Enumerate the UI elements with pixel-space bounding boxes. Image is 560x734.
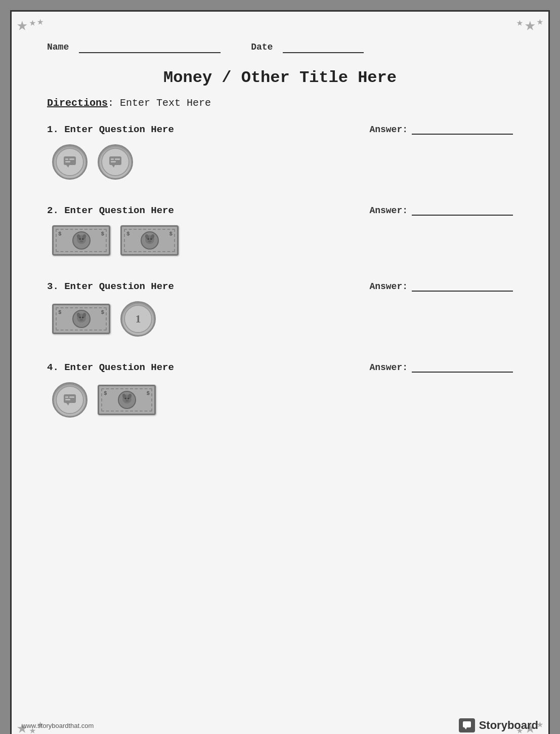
question-row-3: 3. Enter Question Here Answer: xyxy=(47,281,513,292)
svg-rect-4 xyxy=(65,161,70,162)
coin-q3-1: 1 xyxy=(120,301,156,337)
svg-point-19 xyxy=(147,238,149,240)
question-block-2: 2. Enter Question Here Answer: $ $ xyxy=(47,205,513,256)
svg-point-15 xyxy=(79,240,83,242)
answer-row-4: Answer: xyxy=(369,362,513,373)
svg-point-36 xyxy=(124,398,126,400)
footer-url: www.storyboardthat.com xyxy=(22,722,94,729)
svg-point-37 xyxy=(127,398,129,400)
main-title: Money / Other Title Here xyxy=(47,68,513,87)
svg-point-13 xyxy=(79,238,81,240)
answer-line-4 xyxy=(412,362,513,373)
chat-icon xyxy=(62,392,77,407)
corner-stars-top-right: ★ ★ ★ xyxy=(516,17,543,35)
star-icon: ★ xyxy=(17,17,28,35)
directions-text: : Enter Text Here xyxy=(108,97,211,109)
date-underline xyxy=(283,42,364,53)
footer-logo: Storyboard xyxy=(459,718,538,732)
svg-rect-0 xyxy=(64,156,76,165)
bill-q3-1: $ $ xyxy=(52,304,110,334)
svg-marker-29 xyxy=(66,403,69,405)
svg-marker-40 xyxy=(464,727,467,729)
svg-rect-2 xyxy=(65,158,68,160)
images-row-2: $ $ xyxy=(52,225,513,256)
star-icon: ★ xyxy=(516,18,523,29)
chat-icon xyxy=(62,154,77,170)
dog-portrait xyxy=(118,391,136,409)
chat-icon xyxy=(108,154,123,170)
question-block-1: 1. Enter Question Here Answer: xyxy=(47,124,513,180)
svg-rect-28 xyxy=(64,394,76,403)
star-icon: ★ xyxy=(29,18,36,29)
question-text-1: 1. Enter Question Here xyxy=(47,124,174,135)
dog-icon xyxy=(73,311,90,327)
svg-point-27 xyxy=(79,319,83,321)
answer-line-3 xyxy=(412,281,513,292)
bill-q2-2: $ $ xyxy=(120,225,179,256)
question-block-3: 3. Enter Question Here Answer: $ $ xyxy=(47,281,513,337)
question-text-4: 4. Enter Question Here xyxy=(47,362,174,373)
directions: Directions: Enter Text Here xyxy=(47,97,513,109)
coin-q1-2 xyxy=(98,144,133,180)
answer-row-3: Answer: xyxy=(369,281,513,292)
svg-rect-5 xyxy=(109,156,121,165)
storyboard-icon xyxy=(459,718,475,732)
dog-portrait xyxy=(141,231,159,250)
answer-line-2 xyxy=(412,206,513,216)
dog-icon xyxy=(142,232,158,249)
images-row-1 xyxy=(52,144,513,180)
question-block-4: 4. Enter Question Here Answer: xyxy=(47,362,513,418)
name-underline xyxy=(79,42,221,53)
images-row-3: $ $ xyxy=(52,301,513,337)
svg-rect-9 xyxy=(111,161,116,162)
question-row-2: 2. Enter Question Here Answer: xyxy=(47,205,513,216)
answer-label-4: Answer: xyxy=(369,362,408,373)
answer-label-3: Answer: xyxy=(369,281,408,292)
bill-q4-1: $ $ xyxy=(98,385,156,415)
header-row: Name Date xyxy=(47,42,513,53)
dog-portrait xyxy=(72,231,91,250)
svg-marker-1 xyxy=(66,165,69,168)
coin-value: 1 xyxy=(136,312,141,325)
svg-point-20 xyxy=(150,238,152,240)
svg-marker-6 xyxy=(112,165,115,168)
star-icon: ★ xyxy=(537,16,543,28)
svg-point-25 xyxy=(79,317,81,319)
svg-point-21 xyxy=(148,240,151,242)
directions-label: Directions xyxy=(47,97,108,109)
answer-label-1: Answer: xyxy=(369,125,408,135)
answer-label-2: Answer: xyxy=(369,206,408,216)
date-label: Date xyxy=(251,42,273,52)
dog-portrait xyxy=(72,310,91,328)
svg-rect-31 xyxy=(69,396,74,398)
dog-icon xyxy=(73,232,90,249)
svg-rect-7 xyxy=(111,158,114,160)
bill-q2-1: $ $ xyxy=(52,225,110,256)
question-row-4: 4. Enter Question Here Answer: xyxy=(47,362,513,373)
svg-point-14 xyxy=(81,238,83,240)
coin-q1-1 xyxy=(52,144,88,180)
question-row-1: 1. Enter Question Here Answer: xyxy=(47,124,513,135)
images-row-4: $ $ xyxy=(52,382,513,418)
svg-point-38 xyxy=(125,400,128,402)
answer-row-2: Answer: xyxy=(369,206,513,216)
corner-stars-top-left: ★ ★ ★ xyxy=(17,17,44,35)
answer-line-1 xyxy=(412,125,513,135)
svg-point-26 xyxy=(81,317,83,319)
svg-rect-3 xyxy=(69,158,74,160)
svg-rect-39 xyxy=(463,721,471,727)
star-icon: ★ xyxy=(525,17,536,35)
answer-row-1: Answer: xyxy=(369,125,513,135)
coin-q4-1 xyxy=(52,382,88,418)
star-icon: ★ xyxy=(37,16,44,28)
dog-icon xyxy=(119,392,135,408)
name-label: Name xyxy=(47,42,69,52)
question-text-2: 2. Enter Question Here xyxy=(47,205,174,216)
svg-rect-32 xyxy=(65,399,70,400)
footer: www.storyboardthat.com Storyboard xyxy=(12,718,548,732)
svg-rect-30 xyxy=(65,396,68,398)
footer-logo-text: Storyboard xyxy=(479,719,538,732)
svg-rect-8 xyxy=(115,158,120,160)
question-text-3: 3. Enter Question Here xyxy=(47,281,174,292)
